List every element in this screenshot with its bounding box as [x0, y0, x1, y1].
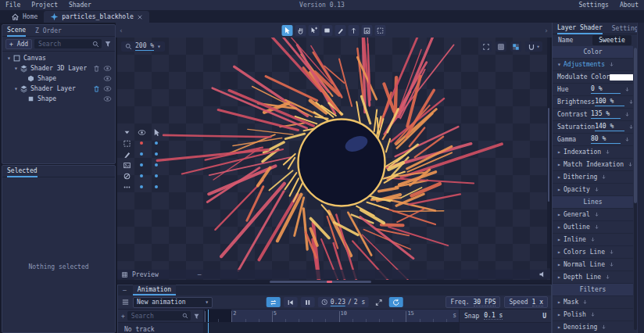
caret-right-icon[interactable]: ▸ [557, 274, 564, 281]
timeline-ruler[interactable]: 251015s [204, 310, 459, 322]
caret-right-icon[interactable]: ▸ [557, 311, 564, 318]
animation-select[interactable]: New animation ▾ [133, 297, 213, 308]
tree-caret-icon[interactable]: ▾ [13, 65, 20, 72]
close-tab-icon[interactable] [137, 14, 143, 20]
tab-particles-blackhole[interactable]: particles_blackhole [44, 11, 149, 23]
tree-row-canvas[interactable]: ▾Canvas [2, 53, 115, 63]
menu-shader[interactable]: Shader [63, 2, 97, 9]
caret-down-icon[interactable] [122, 127, 131, 137]
tab-selected[interactable]: Selected [7, 165, 38, 177]
scene-search-input[interactable] [37, 40, 92, 48]
playhead-track[interactable] [208, 323, 209, 333]
zoom-value[interactable]: 200 % [135, 42, 154, 51]
animate-icon[interactable] [600, 174, 607, 181]
zoom-caret-icon[interactable]: ▾ [157, 43, 161, 50]
add-track-icon[interactable]: + [121, 313, 125, 320]
caret-right-icon[interactable]: ▸ [557, 174, 564, 181]
tool-marquee[interactable] [375, 25, 386, 36]
inspector-row-adjustments[interactable]: ▾Adjustments [553, 59, 633, 71]
inspector-row-depth-line[interactable]: ▸Depth Line [553, 271, 633, 284]
marquee-icon[interactable] [122, 138, 131, 148]
tree-row-shape[interactable]: Shape [2, 94, 115, 104]
pause-button[interactable] [301, 297, 315, 307]
speed-control[interactable]: Speed 1 x [504, 296, 548, 308]
caret-right-icon[interactable]: ▸ [557, 249, 564, 256]
tree-row-shader-3d-layer[interactable]: ▾Shader 3D Layer [2, 63, 115, 73]
animate-icon[interactable] [627, 161, 633, 168]
inspector-row-contrast[interactable]: Contrast135 % [553, 109, 633, 121]
animate-icon[interactable] [608, 61, 615, 68]
inspector-row-normal-line[interactable]: ▸Normal Line [553, 259, 633, 271]
canvas-vscrollbar[interactable] [547, 38, 550, 268]
speaker-icon[interactable] [538, 270, 546, 278]
value-field[interactable]: 80 % [591, 135, 621, 144]
inspector-row-gamma[interactable]: Gamma80 % [553, 134, 633, 146]
inspector-row-modulate-color[interactable]: Modulate Color [553, 71, 633, 84]
sync-button[interactable] [388, 297, 402, 307]
timeline-collapse-icon[interactable]: — [123, 287, 127, 295]
caret-right-icon[interactable]: ▸ [557, 161, 564, 168]
animate-icon[interactable] [589, 311, 596, 318]
inspector-row-general[interactable]: ▸General [553, 209, 633, 221]
eye-icon[interactable] [137, 127, 146, 137]
value-field[interactable]: 140 % [595, 123, 624, 131]
snap-value[interactable]: 0.1 s [484, 312, 503, 320]
inspector-row-denoising[interactable]: ▸Denoising [553, 321, 633, 333]
value-field[interactable]: 100 % [595, 98, 624, 106]
inspector-row-colors-line[interactable]: ▸Colors Line [553, 246, 633, 259]
freq-control[interactable]: Freq. 30 FPS [445, 296, 500, 308]
caret-right-icon[interactable]: ▸ [557, 299, 564, 306]
inspector-row-mask[interactable]: ▸Mask [553, 296, 633, 309]
animate-icon[interactable] [593, 186, 600, 193]
u-button[interactable]: U [542, 313, 546, 320]
visibility-icon[interactable] [103, 74, 112, 83]
menu-file[interactable]: File [0, 2, 26, 9]
caret-right-icon[interactable]: ▸ [557, 324, 564, 331]
tool-rect[interactable] [322, 25, 333, 36]
scene-search[interactable] [34, 39, 102, 48]
tab-z-order[interactable]: Z Order [35, 25, 62, 36]
visibility-icon[interactable] [103, 95, 112, 103]
canvas-tool-letter-u[interactable]: ▾ [525, 41, 542, 52]
toggle-dot[interactable] [137, 160, 146, 170]
caret-down-icon[interactable]: ▾ [557, 61, 564, 68]
inspector-row-polish[interactable]: ▸Polish [553, 309, 633, 321]
filter-icon[interactable] [104, 40, 112, 48]
visibility-icon[interactable] [103, 84, 112, 93]
canvas-hscrollbar[interactable] [117, 280, 550, 284]
canvas-viewport[interactable]: 200 % ▾ ▾ Preview — [117, 38, 550, 284]
caret-right-icon[interactable]: ▸ [557, 211, 564, 218]
tree-caret-icon[interactable]: ▾ [5, 55, 13, 62]
vscroll-thumb[interactable] [548, 108, 549, 202]
animate-icon[interactable] [600, 324, 607, 331]
color-swatch[interactable] [610, 74, 633, 81]
tool-hand[interactable] [295, 25, 306, 36]
value-field[interactable]: 135 % [591, 110, 621, 119]
animate-icon[interactable] [624, 136, 631, 143]
tab-animation[interactable]: Animation [133, 285, 176, 295]
tool-arrow-up[interactable] [349, 25, 360, 36]
toggle-dot[interactable] [137, 171, 146, 181]
inspector-row-brightness[interactable]: Brightness100 % [553, 96, 633, 109]
tree-row-shape[interactable]: Shape [2, 73, 115, 84]
image-icon[interactable] [122, 160, 131, 170]
zoom-control[interactable]: 200 % ▾ [121, 41, 165, 52]
visibility-icon[interactable] [103, 64, 112, 73]
toggle-dot[interactable] [152, 182, 161, 192]
animate-icon[interactable] [608, 261, 615, 268]
tree-row-shader-layer[interactable]: ▾Shader Layer [2, 84, 115, 94]
track-search[interactable] [127, 311, 191, 320]
animate-icon[interactable] [624, 111, 631, 118]
time-current[interactable]: 0.23 [331, 299, 345, 306]
inspector-row-inline[interactable]: ▸Inline [553, 234, 633, 246]
track-lane[interactable] [204, 323, 459, 333]
animate-icon[interactable] [624, 86, 631, 93]
inspector-row-hue[interactable]: Hue0 % [553, 84, 633, 96]
animate-icon[interactable] [593, 224, 600, 231]
inspector-row-opacity[interactable]: ▸Opacity [553, 184, 633, 196]
tab-layer-shader[interactable]: Layer Shader [557, 23, 603, 34]
animate-icon[interactable] [608, 249, 615, 256]
animate-icon[interactable] [581, 299, 589, 306]
mask-icon[interactable] [122, 171, 131, 181]
tab-home[interactable]: Home [5, 11, 44, 23]
